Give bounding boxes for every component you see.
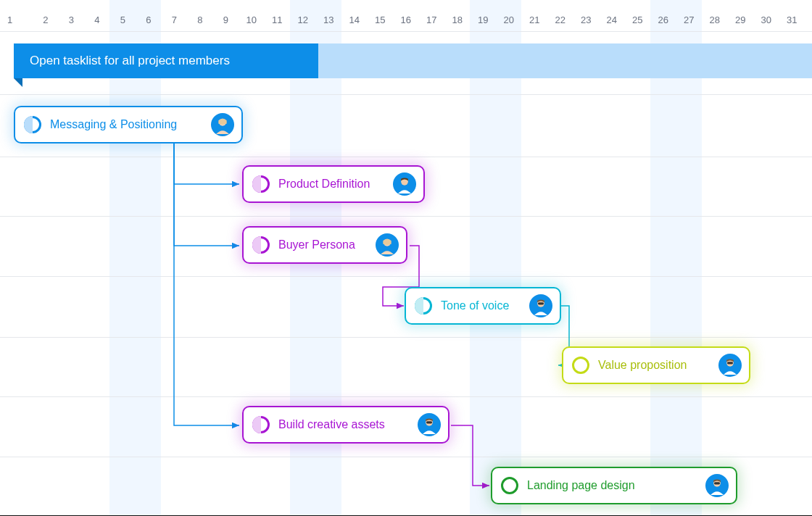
task-messaging-positioning[interactable]: Messaging & Positioning bbox=[14, 106, 243, 143]
task-label: Tone of voice bbox=[441, 299, 522, 312]
progress-icon bbox=[501, 477, 518, 494]
progress-icon bbox=[252, 416, 270, 433]
ribbon-fold-icon bbox=[14, 78, 22, 87]
day-header-cell: 7 bbox=[162, 0, 188, 31]
day-header-cell: 19 bbox=[471, 0, 497, 31]
day-header-cell: 21 bbox=[522, 0, 548, 31]
assignee-avatar[interactable] bbox=[376, 233, 399, 257]
task-label: Messaging & Positioning bbox=[50, 118, 204, 131]
row-divider bbox=[0, 216, 812, 217]
day-header-cell: 28 bbox=[702, 0, 728, 31]
day-header-cell: 29 bbox=[728, 0, 754, 31]
task-landing-page-design[interactable]: Landing page design bbox=[491, 467, 737, 504]
day-header-cell: 6 bbox=[136, 0, 162, 31]
task-build-creative-assets[interactable]: Build creative assets bbox=[242, 406, 450, 444]
day-header-cell: 24 bbox=[599, 0, 625, 31]
day-header-cell: 12 bbox=[290, 0, 316, 31]
svg-rect-10 bbox=[714, 482, 720, 484]
day-header-cell: 17 bbox=[419, 0, 445, 31]
progress-icon bbox=[252, 175, 270, 193]
assignee-avatar[interactable] bbox=[529, 294, 552, 317]
svg-rect-6 bbox=[727, 362, 733, 364]
row-divider bbox=[0, 337, 812, 338]
progress-icon bbox=[415, 297, 432, 315]
svg-rect-4 bbox=[538, 302, 544, 304]
row-divider bbox=[0, 94, 812, 95]
assignee-avatar[interactable] bbox=[211, 113, 234, 136]
day-header-cell: 31 bbox=[779, 0, 805, 31]
day-header-cell: 23 bbox=[573, 0, 600, 31]
row-divider bbox=[0, 457, 812, 457]
day-header-cell: 8 bbox=[187, 0, 213, 31]
day-header-cell: 1 bbox=[0, 0, 33, 31]
assignee-avatar[interactable] bbox=[705, 474, 729, 497]
task-label: Product Definition bbox=[278, 178, 386, 191]
ribbon-title: Open tasklist for all project members bbox=[30, 54, 230, 68]
day-header-cell: 11 bbox=[265, 0, 291, 31]
row-divider bbox=[0, 157, 812, 157]
day-header-cell: 27 bbox=[676, 0, 703, 31]
day-header-cell: 4 bbox=[84, 0, 110, 31]
day-header-cell: 25 bbox=[625, 0, 651, 31]
assignee-avatar[interactable] bbox=[393, 172, 416, 196]
day-header-cell: 2 bbox=[33, 0, 59, 31]
task-value-proposition[interactable]: Value proposition bbox=[562, 346, 750, 384]
day-header-cell: 22 bbox=[547, 0, 573, 31]
gantt-chart: 1234567891011121314151617181920212223242… bbox=[0, 0, 812, 516]
ribbon-background bbox=[318, 43, 812, 78]
progress-icon bbox=[24, 116, 41, 133]
progress-icon bbox=[572, 357, 589, 374]
day-header-cell: 30 bbox=[753, 0, 779, 31]
day-header-cell: 5 bbox=[110, 0, 136, 31]
day-header-cell: 18 bbox=[444, 0, 471, 31]
day-header-cell: 13 bbox=[316, 0, 342, 31]
assignee-avatar[interactable] bbox=[718, 354, 742, 377]
task-label: Build creative assets bbox=[278, 418, 410, 431]
day-header-cell: 15 bbox=[368, 0, 394, 31]
row-divider bbox=[0, 396, 812, 397]
task-label: Buyer Persona bbox=[278, 238, 368, 251]
day-header-cell: 14 bbox=[341, 0, 368, 31]
task-tone-of-voice[interactable]: Tone of voice bbox=[405, 287, 561, 325]
day-header-cell: 20 bbox=[496, 0, 522, 31]
task-label: Value proposition bbox=[598, 359, 711, 372]
header-ribbon: Open tasklist for all project members bbox=[14, 43, 812, 78]
day-header-cell: 3 bbox=[59, 0, 85, 31]
day-header-cell: 16 bbox=[393, 0, 419, 31]
task-label: Landing page design bbox=[527, 479, 698, 492]
progress-icon bbox=[252, 236, 270, 254]
assignee-avatar[interactable] bbox=[418, 413, 441, 436]
svg-rect-8 bbox=[426, 421, 432, 423]
day-header-cell: 26 bbox=[650, 0, 676, 31]
task-buyer-persona[interactable]: Buyer Persona bbox=[242, 226, 407, 264]
row-divider bbox=[0, 276, 812, 277]
task-product-definition[interactable]: Product Definition bbox=[242, 165, 425, 203]
ribbon-title-block[interactable]: Open tasklist for all project members bbox=[14, 43, 318, 78]
day-header-cell: 9 bbox=[213, 0, 239, 31]
timeline-header: 1234567891011121314151617181920212223242… bbox=[0, 0, 812, 32]
day-header-cell: 10 bbox=[239, 0, 265, 31]
